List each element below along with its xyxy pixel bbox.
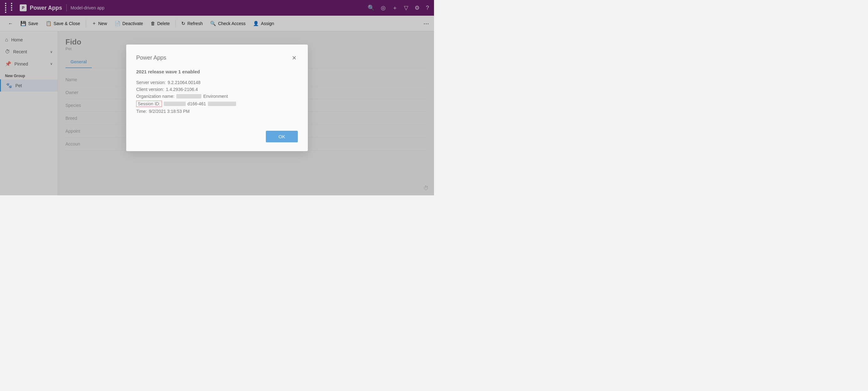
modal-close-button[interactable]: ✕ — [290, 53, 298, 63]
modal-body: 2021 release wave 1 enabled Server versi… — [136, 69, 298, 118]
org-name-line: Organization name: Environment — [136, 94, 298, 99]
session-id-blurred-2 — [208, 102, 236, 106]
session-id-blurred-1 — [164, 102, 186, 106]
session-id-box: Session ID: — [136, 101, 162, 107]
modal-header: Power Apps ✕ — [136, 53, 298, 63]
session-id-line: Session ID: d166-461 — [136, 101, 298, 107]
time-line: Time: 9/2/2021 3:18:53 PM — [136, 109, 298, 114]
client-version-line: Client version: 1.4.2936-2106.4 — [136, 87, 298, 92]
client-version-label: Client version: — [136, 87, 164, 92]
time-value: 9/2/2021 3:18:53 PM — [149, 109, 189, 114]
modal-title: Power Apps — [136, 55, 166, 61]
main-content: Fido Pet General Name Owner Species Bree… — [58, 31, 434, 195]
org-name-label: Organization name: — [136, 94, 175, 99]
ok-button[interactable]: OK — [266, 131, 298, 142]
server-version-value: 9.2.21064.00148 — [167, 80, 200, 85]
dialog-power-apps: Power Apps ✕ 2021 release wave 1 enabled… — [126, 45, 308, 151]
server-version-label: Server version: — [136, 80, 166, 85]
modal-heading: 2021 release wave 1 enabled — [136, 69, 298, 74]
client-version-value: 1.4.2936-2106.4 — [166, 87, 198, 92]
modal-overlay: Power Apps ✕ 2021 release wave 1 enabled… — [0, 0, 434, 195]
org-name-blurred — [176, 94, 202, 99]
session-id-label: Session ID: — [136, 101, 162, 107]
server-version-line: Server version: 9.2.21064.00148 — [136, 80, 298, 85]
app-layout: ⌂ Home ⏱ Recent ∨ 📌 Pinned ∨ New Group 🐾… — [0, 31, 434, 195]
org-env-label: Environment — [203, 94, 228, 99]
time-label: Time: — [136, 109, 147, 114]
session-id-mid: d166-461 — [188, 101, 206, 106]
modal-footer: OK — [136, 131, 298, 142]
